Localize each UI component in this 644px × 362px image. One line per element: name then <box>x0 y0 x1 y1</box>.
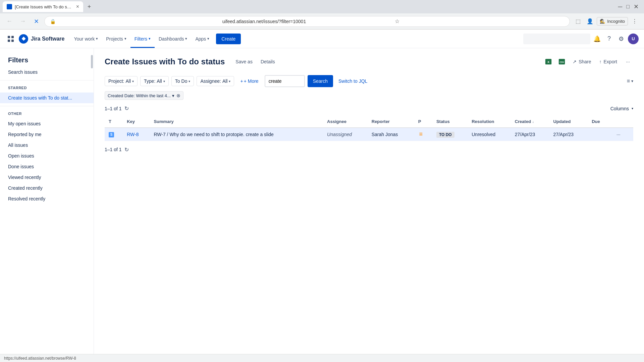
settings-icon[interactable]: ⚙ <box>616 34 627 44</box>
issue-status-cell[interactable]: TO DO <box>432 128 468 141</box>
user-profile-icon[interactable]: 👤 <box>585 16 595 27</box>
issues-table: T Key Summary Assignee Reporter P Status… <box>105 116 633 141</box>
col-header-assignee[interactable]: Assignee <box>323 116 368 128</box>
col-header-type[interactable]: T <box>105 116 123 128</box>
create-button[interactable]: Create <box>216 34 241 44</box>
export-icon: ↑ <box>599 59 602 64</box>
sidebar-item-starred-create-issues[interactable]: Create Issues with To do stat... <box>0 93 94 103</box>
table-row[interactable]: S RW-8 RW-7 / Why do we need to shift to… <box>105 128 633 141</box>
bottom-results-count: 1–1 of 1 ↻ <box>105 146 633 153</box>
window-minimize[interactable]: ─ <box>618 3 623 10</box>
address-bar[interactable]: 🔒 uifeed.atlassian.net/issues/?filter=10… <box>44 16 570 27</box>
apps-grid-icon[interactable] <box>5 34 16 44</box>
issue-actions-cell[interactable]: ··· <box>610 128 633 141</box>
refresh-icon[interactable]: ↻ <box>124 105 129 112</box>
share-icon: ↗ <box>573 59 577 64</box>
chevron-down-icon: ▾ <box>163 79 165 83</box>
active-filter-tag[interactable]: Created Date: Within the last 4... ▾ ⊗ <box>105 91 183 100</box>
sidebar-item-done-issues[interactable]: Done issues <box>0 161 94 172</box>
new-tab-button[interactable]: + <box>85 2 94 11</box>
status-filter[interactable]: To Do ▾ <box>171 76 194 86</box>
filter-search-input[interactable] <box>265 75 305 87</box>
more-options-button[interactable]: ··· <box>623 56 633 67</box>
col-header-reporter[interactable]: Reporter <box>368 116 414 128</box>
col-header-due[interactable]: Due <box>588 116 610 128</box>
chevron-down-icon: ▾ <box>124 37 126 41</box>
chevron-down-icon: ▾ <box>96 37 98 41</box>
nav-filters[interactable]: Filters ▾ <box>130 29 155 48</box>
col-header-created[interactable]: Created ↓ <box>511 116 549 128</box>
starred-section-title: STARRED <box>0 83 94 93</box>
sidebar-item-reported-by-me[interactable]: Reported by me <box>0 129 94 140</box>
svg-rect-3 <box>11 40 14 42</box>
sidebar-divider <box>0 80 94 80</box>
notifications-icon[interactable]: 🔔 <box>592 34 602 44</box>
nav-apps[interactable]: Apps ▾ <box>191 29 213 48</box>
issue-summary-cell[interactable]: RW-7 / Why do we need to shift to protop… <box>150 128 323 141</box>
forward-button[interactable]: → <box>17 16 28 27</box>
logo-text: Jira Software <box>31 36 64 42</box>
bottom-refresh-icon[interactable]: ↻ <box>124 146 129 153</box>
col-header-status[interactable]: Status <box>432 116 468 128</box>
sidebar-item-search-issues[interactable]: Search issues <box>0 67 94 77</box>
svg-text:X: X <box>547 60 550 64</box>
type-filter[interactable]: Type: All ▾ <box>140 76 169 86</box>
row-more-actions-button[interactable]: ··· <box>614 130 623 138</box>
share-button[interactable]: ↗ Share <box>570 58 594 66</box>
col-header-summary[interactable]: Summary <box>150 116 323 128</box>
chevron-down-icon: ▾ <box>172 93 174 98</box>
nav-projects[interactable]: Projects ▾ <box>102 29 130 48</box>
global-search-input[interactable] <box>523 34 590 44</box>
remove-filter-button[interactable]: ⊗ <box>176 93 180 98</box>
header-icons: X CSV ↗ Share ↑ Export <box>543 56 633 67</box>
header-actions: Save as Details <box>233 58 277 66</box>
project-filter[interactable]: Project: All ▾ <box>105 76 138 86</box>
assignee-filter[interactable]: Assignee: All ▾ <box>197 76 234 86</box>
browser-menu-button[interactable]: ⋮ <box>629 16 640 27</box>
col-header-priority[interactable]: P <box>414 116 432 128</box>
col-header-resolution[interactable]: Resolution <box>468 116 511 128</box>
csv-export-icon[interactable]: CSV <box>556 56 567 67</box>
details-button[interactable]: Details <box>258 58 278 66</box>
reload-button[interactable]: ✕ <box>31 16 42 27</box>
sidebar-item-open-issues[interactable]: Open issues <box>0 150 94 161</box>
issue-key-cell[interactable]: RW-8 <box>123 128 150 141</box>
export-button[interactable]: ↑ Export <box>597 58 620 66</box>
issue-type-cell: S <box>105 128 123 141</box>
switch-to-jql-button[interactable]: Switch to JQL <box>336 78 370 84</box>
sidebar-scrollbar[interactable] <box>91 55 93 68</box>
sidebar-item-resolved-recently[interactable]: Resolved recently <box>0 193 94 204</box>
svg-rect-1 <box>11 36 14 38</box>
sidebar-item-viewed-recently[interactable]: Viewed recently <box>0 172 94 183</box>
nav-your-work[interactable]: Your work ▾ <box>70 29 102 48</box>
tab-close-button[interactable]: × <box>76 4 79 10</box>
extensions-icon[interactable]: ⬚ <box>573 16 583 27</box>
sidebar-title: Filters <box>0 54 94 67</box>
list-view-icon[interactable]: ≡ <box>627 78 630 84</box>
bookmark-icon[interactable]: ☆ <box>395 18 565 24</box>
window-close[interactable]: ✕ <box>634 3 639 10</box>
results-count: 1–1 of 1 ↻ <box>105 105 129 112</box>
jira-logo[interactable]: Jira Software <box>19 34 64 44</box>
col-header-updated[interactable]: Updated <box>549 116 588 128</box>
sidebar-item-all-issues[interactable]: All issues <box>0 140 94 150</box>
sidebar-item-created-recently[interactable]: Created recently <box>0 183 94 193</box>
more-filters-button[interactable]: + + More <box>237 76 262 86</box>
excel-export-icon[interactable]: X <box>543 56 554 67</box>
save-as-button[interactable]: Save as <box>233 58 255 66</box>
search-button[interactable]: Search <box>308 75 333 87</box>
nav-dashboards[interactable]: Dashboards ▾ <box>155 29 192 48</box>
columns-button[interactable]: Columns ▾ <box>610 106 633 111</box>
svg-rect-0 <box>8 36 10 38</box>
incognito-button[interactable]: 🕵 Incognito <box>597 17 628 25</box>
sidebar-item-my-open-issues[interactable]: My open issues <box>0 118 94 129</box>
user-avatar[interactable]: U <box>628 34 639 44</box>
col-header-key[interactable]: Key <box>123 116 150 128</box>
window-maximize[interactable]: □ <box>626 4 630 10</box>
story-type-icon: S <box>109 132 114 137</box>
help-icon[interactable]: ? <box>604 34 614 44</box>
back-button[interactable]: ← <box>4 16 15 27</box>
browser-tab[interactable]: [Create Issues with To do status] × <box>3 1 83 12</box>
priority-medium-icon: ≡ <box>418 132 424 137</box>
view-options-chevron[interactable]: ▾ <box>631 79 633 83</box>
